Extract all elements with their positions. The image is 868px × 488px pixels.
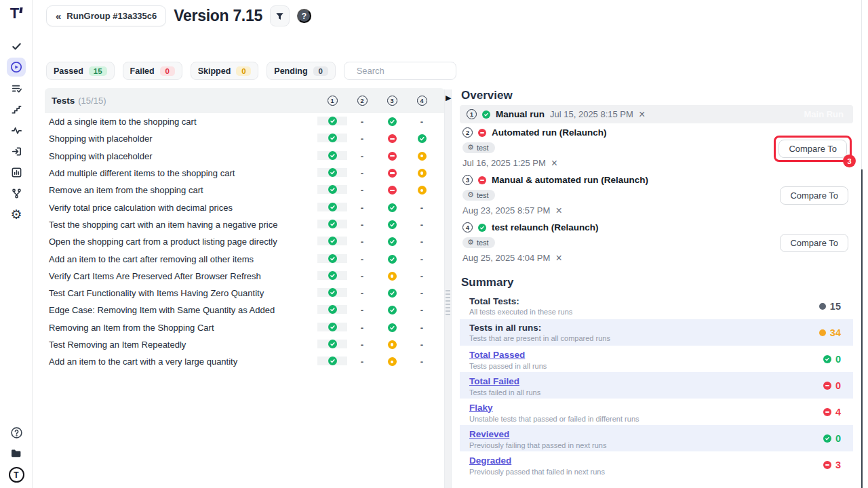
pulse-icon — [11, 125, 22, 136]
compare-to-button[interactable]: Compare To — [780, 234, 848, 252]
summary-link[interactable]: Flaky — [469, 403, 493, 413]
run-tag-label: test — [477, 144, 489, 152]
stairs-icon — [11, 104, 22, 115]
result-cells: -- — [317, 117, 437, 127]
test-row[interactable]: Test Cart Functionality with Items Havin… — [45, 285, 445, 302]
compare-to-button[interactable]: Compare To — [778, 140, 847, 158]
passed-icon — [328, 185, 337, 194]
result-cell — [317, 340, 347, 348]
app-logo-icon[interactable]: T — [0, 5, 33, 22]
run-name: Manual & automated run (Relaunch) — [492, 175, 648, 185]
pane-divider[interactable] — [444, 89, 452, 488]
tests-table: Tests (15/15) 1234 Add a single item to … — [45, 88, 445, 370]
sidebar-item-import[interactable] — [7, 142, 26, 161]
account-avatar[interactable]: T — [9, 467, 24, 483]
no-result-dash: - — [420, 305, 423, 315]
run-date-row: Aug 25, 2025 4:04 PM× — [462, 253, 853, 264]
test-name: Shopping with placeholder — [45, 151, 317, 161]
test-row[interactable]: Verify Cart Items Are Preserved After Br… — [45, 268, 445, 285]
sidebar-item-reports[interactable] — [7, 163, 26, 182]
run-title-row: 4test relaunch (Relaunch) — [460, 222, 853, 232]
sidebar-item-milestones[interactable] — [7, 100, 26, 119]
collapse-pane-icon[interactable]: ▶ — [446, 94, 451, 102]
summary-link[interactable]: Revieved — [469, 429, 509, 439]
result-cells: -- — [317, 340, 437, 350]
no-result-dash: - — [420, 220, 423, 230]
summary-list: Total Tests:All tests executed in these … — [460, 293, 853, 478]
sidebar-item-plans[interactable] — [7, 79, 26, 98]
test-row[interactable]: Shopping with placeholder- — [45, 148, 445, 165]
filter-chip-pending[interactable]: Pending0 — [267, 62, 335, 80]
run-item-main[interactable]: 1Manual runJul 15, 2025 8:15 PM×Main Run — [460, 105, 853, 123]
filter-chip-count: 0 — [160, 66, 175, 76]
sidebar-bottom: T — [0, 425, 33, 483]
icon-sidebar: T — [0, 0, 33, 488]
page-help-button[interactable]: ? — [297, 9, 311, 23]
divider-drag-handle[interactable] — [446, 290, 450, 317]
annotation-step-badge: 3 — [843, 155, 856, 167]
sidebar-item-runs[interactable] — [7, 58, 26, 77]
sidebar-help-button[interactable] — [9, 425, 24, 440]
result-cell — [317, 305, 347, 314]
remove-run-icon[interactable]: × — [555, 205, 561, 216]
remove-run-icon[interactable]: × — [551, 158, 557, 169]
rungroup-back-button[interactable]: « RunGroup #13a335c6 — [46, 5, 166, 26]
result-cell: - — [407, 220, 437, 230]
filter-button[interactable] — [270, 5, 290, 26]
summary-row: Total Tests:All tests executed in these … — [460, 293, 853, 319]
test-row[interactable]: Test the shopping cart with an item havi… — [45, 216, 445, 233]
passed-icon — [823, 355, 831, 363]
result-cell — [407, 134, 437, 144]
overview-heading: Overview — [461, 89, 513, 102]
run-item[interactable]: 2Automated run (Relaunch)⚙testJul 16, 20… — [460, 127, 853, 169]
passed-icon — [823, 434, 831, 443]
summary-value-number: 4 — [835, 407, 841, 418]
remove-run-icon[interactable]: × — [639, 109, 645, 120]
remove-run-icon[interactable]: × — [555, 253, 561, 264]
summary-link[interactable]: Degraded — [469, 455, 511, 466]
result-cell: - — [407, 288, 437, 298]
test-row[interactable]: Verify total price calculation with deci… — [45, 199, 445, 216]
compare-to-button[interactable]: Compare To — [780, 186, 848, 205]
test-name: Open the shopping cart from a product li… — [45, 237, 317, 247]
run-date: Aug 25, 2025 4:04 PM — [462, 253, 550, 263]
sidebar-item-tests[interactable] — [7, 37, 26, 56]
search-input[interactable] — [357, 66, 476, 76]
test-row[interactable]: Remove an item from the shopping cart- — [45, 182, 445, 199]
summary-row: Total FailedTests failed in all runs0 — [460, 372, 853, 399]
test-row[interactable]: Add a single item to the shopping cart-- — [45, 113, 445, 130]
test-row[interactable]: Add an item to the cart with a very larg… — [45, 353, 445, 370]
summary-value: 3 — [823, 460, 841, 470]
summary-link[interactable]: Total Failed — [469, 376, 519, 386]
test-name: Verify total price calculation with deci… — [45, 203, 317, 213]
scrollbar-thumb[interactable] — [861, 169, 863, 488]
test-row[interactable]: Shopping with placeholder- — [45, 130, 445, 147]
test-row[interactable]: Add multiple different items to the shop… — [45, 165, 445, 182]
sidebar-item-analytics[interactable] — [7, 121, 26, 140]
summary-value-number: 0 — [835, 354, 841, 365]
filter-chip-failed[interactable]: Failed0 — [123, 62, 182, 80]
check-icon — [11, 41, 22, 52]
result-cells: - — [317, 134, 437, 144]
run-item[interactable]: 3Manual & automated run (Relaunch)⚙testA… — [460, 175, 853, 217]
sidebar-item-settings[interactable]: ⚙ — [7, 205, 26, 224]
passed-icon — [328, 357, 337, 365]
run-item[interactable]: 4test relaunch (Relaunch)⚙testAug 25, 20… — [460, 222, 853, 264]
result-cell: - — [347, 237, 377, 247]
sidebar-projects-button[interactable] — [9, 446, 24, 461]
test-row[interactable]: Edge Case: Removing Item with Same Quant… — [45, 302, 445, 319]
test-row[interactable]: Add an item to the cart after removing a… — [45, 250, 445, 267]
test-name: Removing an Item from the Shopping Cart — [45, 323, 317, 333]
sidebar-item-branches[interactable] — [7, 184, 26, 203]
filter-chip-skipped[interactable]: Skipped0 — [191, 62, 259, 80]
run-column-header: 1 — [317, 96, 347, 106]
test-row[interactable]: Open the shopping cart from a product li… — [45, 233, 445, 250]
summary-link[interactable]: Total Passed — [469, 350, 525, 360]
result-cell — [317, 271, 347, 280]
result-cell: - — [347, 134, 377, 144]
result-cell — [317, 357, 347, 365]
test-row[interactable]: Test Removing an Item Repeatedly-- — [45, 336, 445, 353]
skipped-icon — [388, 357, 397, 366]
filter-chip-passed[interactable]: Passed15 — [46, 62, 115, 80]
test-row[interactable]: Removing an Item from the Shopping Cart-… — [45, 319, 445, 336]
